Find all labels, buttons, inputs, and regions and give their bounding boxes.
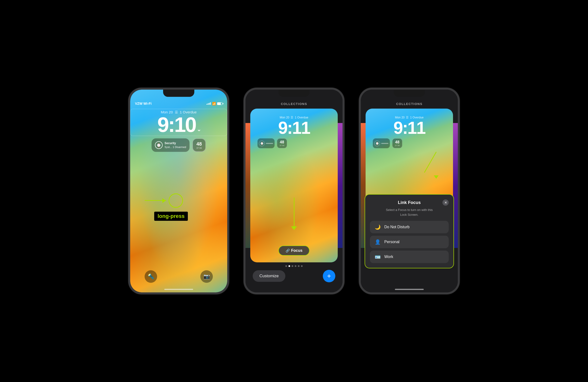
mini-watch-icon: ⌚	[259, 141, 265, 146]
mini-widgets-3: ⌚ 48 27 56	[366, 138, 453, 148]
mini-time-3: 9:11	[393, 119, 425, 136]
person-icon: 👤	[374, 239, 381, 245]
phone-1: VZW Wi-Fi 📶	[128, 88, 229, 294]
mini-widgets-2: ⌚ 48 37 66	[250, 138, 338, 148]
carrier-label: VZW Wi-Fi	[135, 102, 151, 106]
link-focus-header: Link Focus ✕	[370, 199, 449, 206]
dot-indicators-2	[246, 265, 342, 267]
watch-icon: ⌚	[155, 141, 163, 149]
date-widget: Mon 20 ☰ 1 Overdue 9:10 ⌄	[130, 109, 227, 136]
collections-footer-2: Customize +	[246, 267, 342, 285]
security-text: Security Syst... 1 Disarmed	[165, 141, 186, 149]
time-display: 9:10 ⌄	[133, 114, 224, 135]
link-focus-subtitle: Select a Focus to turn on with thisLock …	[370, 208, 449, 217]
focus-option-do-not-disturb[interactable]: 🌙 Do Not Disturb	[370, 221, 449, 233]
widgets-row: ⌚ Security Syst... 1 Disarmed 48 37 66	[130, 138, 227, 152]
mini-watch-icon-3: ⌚	[374, 141, 380, 146]
personal-label: Personal	[384, 240, 399, 244]
link-focus-panel: Link Focus ✕ Select a Focus to turn on w…	[365, 194, 454, 268]
mini-time-2: 9:11	[278, 119, 310, 136]
collections-header-2: COLLECTIONS	[246, 90, 342, 106]
security-widget: ⌚ Security Syst... 1 Disarmed	[151, 138, 189, 152]
work-label: Work	[384, 255, 393, 259]
target-circle	[168, 193, 183, 208]
focus-option-personal[interactable]: 👤 Personal	[370, 236, 449, 248]
phone-3: COLLECTIONS Mon 20 ☰ 1 Overdue	[359, 88, 460, 294]
long-press-label: long-press	[154, 212, 188, 221]
customize-button[interactable]: Customize	[253, 270, 285, 282]
link-icon: 🔗	[286, 249, 290, 253]
focus-button[interactable]: 🔗 Focus	[278, 246, 310, 256]
close-button[interactable]: ✕	[442, 199, 449, 206]
status-bar-1: VZW Wi-Fi 📶	[130, 90, 227, 107]
work-icon: 🪪	[374, 254, 381, 260]
link-focus-title: Link Focus	[376, 200, 442, 205]
home-indicator-3	[395, 289, 424, 290]
signal-icon	[207, 102, 211, 105]
flashlight-button[interactable]: 🔦	[145, 270, 157, 283]
temp-widget: 48 37 66	[192, 138, 206, 152]
arrow-annotation	[145, 200, 166, 201]
status-icons: 📶	[207, 102, 222, 106]
bottom-controls: 🔦 📷	[130, 270, 227, 283]
camera-button[interactable]: 📷	[200, 270, 213, 283]
main-carousel-card[interactable]: Mon 20 ☰ 1 Overdue 9:11 ⌚	[250, 108, 338, 262]
wifi-icon: 📶	[212, 102, 216, 106]
focus-option-work[interactable]: 🪪 Work	[370, 251, 449, 263]
collections-header-3: COLLECTIONS	[361, 90, 458, 106]
battery-icon	[217, 102, 222, 105]
time-chevron-icon: ⌄	[197, 127, 200, 132]
add-button[interactable]: +	[323, 270, 335, 282]
home-indicator	[164, 289, 193, 290]
do-not-disturb-label: Do Not Disturb	[384, 225, 410, 229]
moon-icon: 🌙	[374, 224, 381, 230]
phone-2: COLLECTIONS Mon 20 ☰ 1 Overdue	[244, 88, 344, 294]
collections-carousel-2: Mon 20 ☰ 1 Overdue 9:11 ⌚	[250, 108, 338, 262]
down-arrow-annotation	[291, 197, 297, 230]
arrow-to-panel-annotation	[434, 152, 439, 179]
mini-lockscreen-2: Mon 20 ☰ 1 Overdue 9:11 ⌚	[250, 108, 338, 262]
